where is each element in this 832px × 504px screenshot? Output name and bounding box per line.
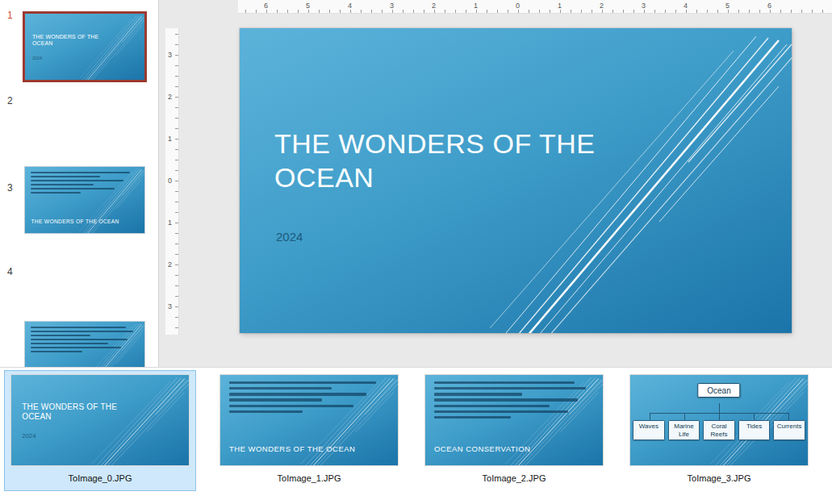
exported-images-strip: THE WONDERS OF THE OCEAN 2024 ToImage_0.… <box>0 367 832 504</box>
text-line <box>229 410 303 413</box>
ruler-tick-label: 4 <box>348 2 352 10</box>
mini-slide-footer: THE WONDERS OF THE OCEAN <box>229 444 355 453</box>
file-name-label: ToImage_0.JPG <box>5 473 195 483</box>
text-line <box>31 331 133 332</box>
ruler-tick-label: 0 <box>168 177 172 185</box>
diagram-children-row: Waves Marine Life Coral Reefs Tides Curr… <box>633 420 805 440</box>
ruler-tick-label: 6 <box>264 2 268 10</box>
bullet-text-placeholder <box>31 327 138 355</box>
ruler-tick-label: 4 <box>684 2 688 10</box>
diagram-child-box: Coral Reefs <box>703 420 734 440</box>
text-line <box>31 343 108 344</box>
ruler-tick-label: 1 <box>558 2 562 10</box>
file-item-toimage-1[interactable]: THE WONDERS OF THE OCEAN ToImage_1.JPG <box>213 370 405 491</box>
ruler-tick-label: 3 <box>390 2 394 10</box>
diagram-connector <box>684 413 685 420</box>
mini-slide-year: 2024 <box>32 56 42 60</box>
mini-slide-footer: THE WONDERS OF THE OCEAN <box>31 219 119 224</box>
mini-slide-title: THE WONDERS OF THE OCEAN <box>22 402 143 423</box>
text-line <box>229 381 376 384</box>
ruler-tick-label: 2 <box>600 2 604 10</box>
ruler-tick-label: 1 <box>168 219 172 227</box>
file-name-label: ToImage_2.JPG <box>419 473 609 483</box>
text-line <box>229 387 332 389</box>
ruler-tick-label: 3 <box>168 302 172 310</box>
text-line <box>434 381 575 384</box>
slide-thumbnail-2[interactable]: THE WONDERS OF THE OCEAN <box>24 166 145 234</box>
file-thumbnail: THE WONDERS OF THE OCEAN 2024 <box>10 374 190 466</box>
ruler-tick-label: 2 <box>432 2 436 10</box>
slide-thumbnail-1[interactable]: THE WONDERS OF THE OCEAN 2024 <box>24 13 145 81</box>
slide-thumbnail-panel: 1 THE WONDERS OF THE OCEAN 2024 2 THE WO… <box>0 0 159 367</box>
file-thumbnail: THE WONDERS OF THE OCEAN <box>219 374 399 466</box>
text-line <box>434 416 511 419</box>
text-line <box>31 351 82 352</box>
text-line <box>31 188 115 190</box>
text-line <box>229 398 322 401</box>
ruler-tick-label: 6 <box>767 2 771 10</box>
diagram-connector <box>788 413 789 420</box>
file-thumbnail: OCEAN CONSERVATION <box>424 374 604 466</box>
text-line <box>31 176 99 177</box>
slide-title-textbox[interactable]: THE WONDERS OF THE OCEAN <box>274 127 621 194</box>
mini-slide-footer: OCEAN CONSERVATION <box>434 444 530 453</box>
text-line <box>31 335 90 336</box>
text-line <box>31 184 93 185</box>
ruler-tick-label: 3 <box>642 2 646 10</box>
slide-canvas[interactable]: THE WONDERS OF THE OCEAN 2024 <box>240 28 792 333</box>
file-name-label: ToImage_3.JPG <box>624 473 814 483</box>
file-name-label: ToImage_1.JPG <box>214 473 404 483</box>
ruler-tick-label: 5 <box>725 2 730 10</box>
ruler-tick-label: 0 <box>516 2 520 10</box>
text-line <box>229 393 366 395</box>
diagram-connector <box>754 413 755 420</box>
diagram-connector <box>650 413 650 420</box>
presentation-app-window: 1 THE WONDERS OF THE OCEAN 2024 2 THE WO… <box>0 0 832 504</box>
diagram-connector <box>719 413 720 420</box>
ruler-tick-label: 5 <box>306 2 310 10</box>
slide-year-textbox[interactable]: 2024 <box>276 230 303 244</box>
bullet-text-placeholder <box>229 381 389 416</box>
text-line <box>31 172 130 173</box>
text-line <box>434 398 578 401</box>
slide-number-4: 4 <box>7 266 13 277</box>
diagram-connector <box>719 403 720 413</box>
horizontal-ruler: 6 5 4 3 2 1 0 1 2 3 4 5 6 <box>238 0 832 14</box>
diagram-root-box: Ocean <box>697 383 740 398</box>
text-line <box>31 327 125 328</box>
diagram-child-box: Waves <box>633 420 664 440</box>
text-line <box>434 410 568 413</box>
text-line <box>31 339 128 340</box>
ruler-tick-label: 2 <box>168 93 172 101</box>
text-line <box>229 405 353 407</box>
diagram-child-box: Currents <box>773 420 805 440</box>
text-line <box>434 387 586 389</box>
text-line <box>31 347 121 348</box>
slide-number-3: 3 <box>7 182 13 194</box>
diagram-child-box: Marine Life <box>668 420 700 440</box>
mini-slide-title: THE WONDERS OF THE OCEAN <box>32 34 114 48</box>
slide-number-1: 1 <box>7 10 13 21</box>
ruler-tick-label: 2 <box>168 260 172 269</box>
text-line <box>31 180 123 181</box>
ruler-tick-label: 3 <box>168 51 172 59</box>
slide-number-2: 2 <box>7 95 13 106</box>
file-item-toimage-3[interactable]: Ocean Waves Marine Life Coral Reefs Tide… <box>623 370 815 491</box>
vertical-ruler: 3 2 1 0 1 2 3 <box>165 28 179 335</box>
file-thumbnail: Ocean Waves Marine Life Coral Reefs Tide… <box>629 374 809 466</box>
text-line <box>31 192 80 194</box>
ruler-tick-label: 1 <box>474 2 478 10</box>
ruler-tick-label: 1 <box>168 135 172 143</box>
mini-slide-year: 2024 <box>22 432 36 439</box>
file-item-toimage-0[interactable]: THE WONDERS OF THE OCEAN 2024 ToImage_0.… <box>4 370 196 491</box>
text-line <box>434 393 522 395</box>
bullet-text-placeholder <box>434 381 594 422</box>
text-line <box>434 405 550 407</box>
file-item-toimage-2[interactable]: OCEAN CONSERVATION ToImage_2.JPG <box>418 370 610 491</box>
bullet-text-placeholder <box>31 172 138 196</box>
diagram-child-box: Tides <box>738 420 770 440</box>
